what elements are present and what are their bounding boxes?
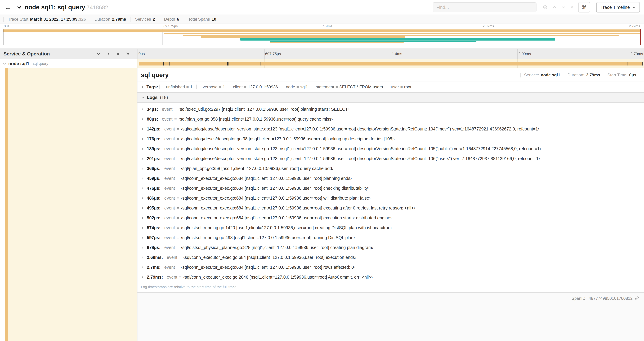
log-equals: =	[174, 107, 177, 112]
find-input[interactable]	[432, 3, 536, 12]
log-field-key: event	[164, 196, 175, 201]
log-row[interactable]: 34μs: event = ‹sql/exec_util.go:2297 [ns…	[138, 104, 644, 114]
log-marker	[174, 62, 174, 66]
tags-list: _unfinished=1 _verbose=1 client=127.0.0.…	[160, 85, 415, 89]
column-resizer[interactable]	[137, 49, 138, 341]
log-row[interactable]: 366μs: event = ‹sql/plan_opt.go:358 [nsq…	[138, 164, 644, 173]
log-timestamp: 495μs:	[147, 205, 160, 210]
back-button[interactable]: ←	[2, 2, 14, 13]
log-row[interactable]: 189μs: event = ‹sql/catalog/lease/descri…	[138, 144, 644, 154]
log-row[interactable]: 142μs: event = ‹sql/catalog/lease/descri…	[138, 124, 644, 134]
minimap-right-scrubber[interactable]	[640, 29, 641, 45]
collapse-all-icon[interactable]	[116, 52, 120, 56]
ruler-tick-label: 2.09ms	[518, 52, 531, 56]
log-marker	[204, 62, 204, 66]
log-marker	[221, 62, 221, 66]
minimap-left-scrubber[interactable]	[3, 29, 4, 45]
log-marker	[246, 62, 246, 66]
ruler-gridline	[518, 49, 518, 59]
log-row[interactable]: 2.69ms: event = ‹sql/conn_executor_exec.…	[138, 252, 644, 262]
keyboard-shortcuts-button[interactable]: ⌘	[578, 2, 590, 13]
span-detail-card: sql query Service:node sql1 Duration:2.7…	[138, 68, 644, 293]
summary-label: Total Spans	[188, 17, 210, 22]
chevron-right-icon	[141, 266, 144, 269]
trace-minimap: 0μs 697.75μs 1.4ms 2.09ms 2.79ms	[0, 24, 644, 45]
log-row[interactable]: 678μs: event = ‹sql/distsql_physical_pla…	[138, 243, 644, 252]
log-row[interactable]: 2.79ms: event = ‹sql/conn_executor_exec.…	[138, 272, 644, 282]
log-equals: =	[176, 225, 179, 230]
overview-label: Service:	[524, 73, 539, 77]
span-duration-bar[interactable]	[139, 62, 642, 66]
prev-result-icon[interactable]	[552, 5, 556, 9]
minimap-tick-label: 1.4ms	[323, 24, 332, 28]
tag-key: node	[286, 85, 295, 89]
log-row[interactable]: 574μs: event = ‹sql/distsql_running.go:1…	[138, 223, 644, 233]
log-row[interactable]: 502μs: event = ‹sql/conn_executor_exec.g…	[138, 213, 644, 223]
next-result-icon[interactable]	[562, 5, 566, 9]
minimap-span-bar	[270, 41, 476, 42]
log-row[interactable]: 176μs: event = ‹sql/catalog/descs/descri…	[138, 134, 644, 144]
span-operation-name: sql query	[33, 61, 48, 66]
tag-equals: =	[186, 85, 189, 89]
chevron-right-icon	[141, 197, 144, 200]
log-row[interactable]: 459μs: event = ‹sql/conn_executor_exec.g…	[138, 173, 644, 183]
tag-key: statement	[316, 85, 334, 89]
log-row[interactable]: 597μs: event = ‹sql/distsql_running.go:4…	[138, 233, 644, 243]
logs-header[interactable]: Logs (18)	[138, 92, 644, 103]
log-row[interactable]: 476μs: event = ‹sql/conn_executor_exec.g…	[138, 183, 644, 193]
span-indent-guide[interactable]	[5, 68, 8, 341]
log-equals: =	[176, 156, 179, 161]
log-row[interactable]: 2.7ms: event = ‹sql/conn_executor_exec.g…	[138, 262, 644, 272]
span-track[interactable]	[138, 59, 644, 68]
tag-item: node=sql1	[282, 85, 312, 89]
log-field-key: event	[167, 275, 177, 280]
focus-match-icon[interactable]	[543, 5, 548, 10]
log-equals: =	[176, 127, 179, 132]
expand-one-icon[interactable]	[106, 52, 110, 56]
collapse-one-icon[interactable]	[96, 52, 100, 56]
minimap-tick-labels: 0μs 697.75μs 1.4ms 2.09ms 2.79ms	[3, 24, 641, 29]
log-timestamp: 34μs:	[147, 107, 158, 112]
log-field-value: ‹sql/conn_executor_exec.go:684 [nsql1,cl…	[183, 255, 356, 260]
log-field-key: event	[164, 265, 175, 270]
back-arrow-icon: ←	[5, 4, 11, 11]
log-timestamp: 2.79ms:	[147, 275, 163, 280]
chevron-right-icon	[141, 128, 144, 131]
copy-link-icon[interactable]	[635, 296, 639, 301]
log-equals: =	[179, 255, 182, 260]
log-field-key: event	[164, 215, 175, 220]
minimap-span-bar	[183, 35, 619, 36]
log-row[interactable]: 201μs: event = ‹sql/catalog/lease/descri…	[138, 154, 644, 164]
tag-item: statement=SELECT * FROM users	[312, 85, 387, 89]
summary-item: Trace Start March 31 2022, 17:25:09 .326	[4, 17, 90, 22]
clear-search-icon[interactable]: ×	[570, 5, 574, 10]
tag-equals: =	[219, 85, 221, 89]
chevron-right-icon	[141, 118, 144, 121]
ruler-gridline	[264, 49, 264, 59]
tags-row[interactable]: Tags: _unfinished=1 _verbose=1	[138, 82, 644, 92]
chevron-right-icon	[141, 177, 144, 180]
log-marker	[628, 62, 628, 66]
span-detail-region: sql query Service:node sql1 Duration:2.7…	[0, 68, 644, 341]
span-name-cell[interactable]: node sql1 sql query	[0, 59, 138, 68]
tag-equals: =	[296, 85, 299, 89]
span-detail-overview-item: Start Time:0μs	[604, 73, 640, 78]
tag-value: sql1	[300, 85, 308, 89]
log-timestamp: 597μs:	[147, 235, 160, 240]
tag-value: 1	[190, 85, 192, 89]
log-field-key: event	[167, 255, 177, 260]
log-marker	[170, 62, 170, 66]
log-row[interactable]: 486μs: event = ‹sql/conn_executor_exec.g…	[138, 193, 644, 203]
span-expand-chevron-icon[interactable]	[3, 62, 6, 65]
log-timestamp: 189μs:	[147, 146, 160, 151]
tag-item: user=root	[387, 85, 415, 89]
log-row[interactable]: 495μs: event = ‹sql/conn_executor_exec.g…	[138, 203, 644, 213]
view-mode-dropdown[interactable]: Trace Timeline	[596, 2, 640, 13]
minimap-span-bar	[240, 38, 555, 41]
chevron-right-icon	[141, 256, 144, 259]
trace-collapse-chevron-icon[interactable]	[16, 5, 22, 10]
expand-all-icon[interactable]	[126, 52, 130, 56]
log-row[interactable]: 80μs: event = ‹sql/plan_opt.go:358 [nsql…	[138, 114, 644, 124]
chevron-right-icon	[141, 207, 144, 210]
minimap-canvas[interactable]	[3, 29, 641, 45]
